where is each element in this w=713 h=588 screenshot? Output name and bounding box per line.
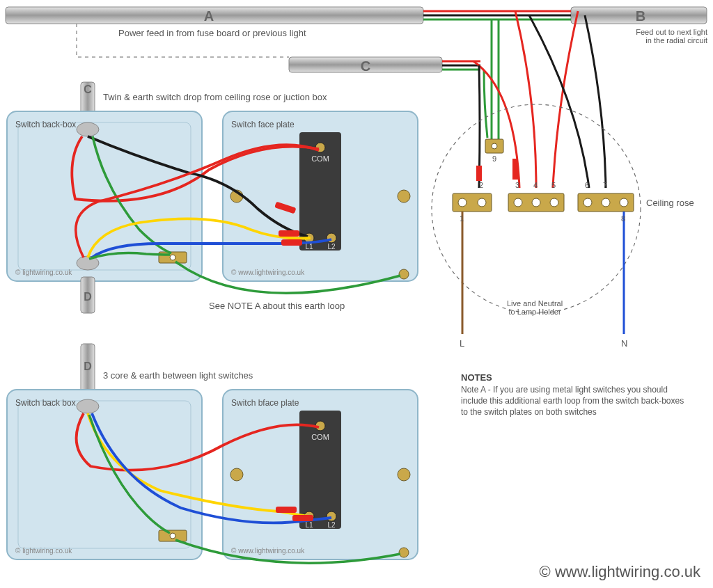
svg-point-17 xyxy=(620,198,628,207)
svg-text:L1: L1 xyxy=(305,521,313,529)
term-8: 8 xyxy=(621,214,625,223)
term-3: 3 xyxy=(515,181,519,189)
svg-point-27 xyxy=(398,190,410,202)
svg-text:COM: COM xyxy=(311,154,329,163)
cable-B-caption: Feed out to next light in the radial cir… xyxy=(636,28,707,45)
switch2-back-copy: © lightwiring.co.uk xyxy=(15,547,72,555)
cable-A-letter: A xyxy=(195,8,223,24)
red-sleeve xyxy=(476,166,482,181)
term-9: 9 xyxy=(492,154,496,163)
svg-rect-51 xyxy=(276,507,297,513)
notes-body: Note A - If you are using metal light sw… xyxy=(461,384,691,418)
cable-C-side-letter: C xyxy=(80,84,95,96)
svg-point-49 xyxy=(327,511,336,521)
switch1-face-title: Switch face plate xyxy=(231,120,295,129)
svg-point-42 xyxy=(170,533,175,539)
switch2-face-title: Switch bface plate xyxy=(231,398,299,408)
svg-point-11 xyxy=(478,198,486,207)
svg-text:L2: L2 xyxy=(327,521,336,529)
term-4: 4 xyxy=(533,181,538,189)
svg-point-16 xyxy=(602,198,610,207)
term-1: 1 xyxy=(460,214,464,223)
svg-point-45 xyxy=(398,468,410,481)
svg-point-24 xyxy=(170,255,175,260)
svg-point-32 xyxy=(399,269,409,279)
svg-rect-52 xyxy=(292,515,313,521)
cable-A-caption: Power feed in from fuse board or previou… xyxy=(118,28,306,38)
svg-text:COM: COM xyxy=(311,433,329,441)
cable-B-letter: B xyxy=(627,8,655,24)
switch1-face-plate xyxy=(223,111,418,281)
svg-text:L2: L2 xyxy=(327,243,336,251)
svg-point-6 xyxy=(492,143,497,149)
svg-rect-33 xyxy=(279,230,299,237)
term-7: 7 xyxy=(603,181,607,189)
label-L: L xyxy=(460,338,464,349)
term-2: 2 xyxy=(479,181,483,189)
switch2-back-title: Switch back box xyxy=(15,398,76,408)
footer-copyright: © www.lightwiring.co.uk xyxy=(540,563,700,581)
svg-rect-3 xyxy=(512,159,518,180)
term-6: 6 xyxy=(585,181,589,189)
cable-C-letter: C xyxy=(352,58,379,74)
label-N: N xyxy=(621,338,627,349)
cable-D2: D xyxy=(80,360,95,373)
svg-rect-34 xyxy=(281,239,302,246)
svg-point-21 xyxy=(77,122,99,136)
notes-heading: NOTES xyxy=(461,372,492,383)
lamp-note: Live and Neutral to Lamp Holder xyxy=(507,299,563,316)
term-5: 5 xyxy=(551,181,556,189)
svg-point-10 xyxy=(458,198,467,207)
svg-point-12 xyxy=(514,198,522,207)
switch1-face-copy: © www.lightwiring.co.uk xyxy=(231,269,304,276)
svg-point-44 xyxy=(230,468,243,481)
earth-note: See NOTE A about this earth loop xyxy=(209,301,345,311)
switch2-back-box xyxy=(7,390,202,559)
svg-point-15 xyxy=(583,198,592,207)
switch2-face-copy: © www.lightwiring.co.uk xyxy=(231,547,304,555)
switch1-back-copy: © lightwiring.co.uk xyxy=(15,269,72,276)
svg-point-14 xyxy=(550,198,558,207)
svg-text:L1: L1 xyxy=(305,243,313,251)
cable-D-caption: 3 core & earth between light switches xyxy=(103,370,253,381)
switch1-back-title: Switch back-box xyxy=(15,120,76,129)
switch2-face-plate xyxy=(223,390,418,559)
svg-point-40 xyxy=(77,399,99,413)
cable-C-side-caption: Twin & earth switch drop from ceiling ro… xyxy=(103,92,327,102)
cable-D1: D xyxy=(80,291,95,303)
svg-point-13 xyxy=(532,198,540,207)
svg-point-50 xyxy=(399,548,409,557)
ceiling-rose-title: Ceiling rose xyxy=(646,198,694,208)
